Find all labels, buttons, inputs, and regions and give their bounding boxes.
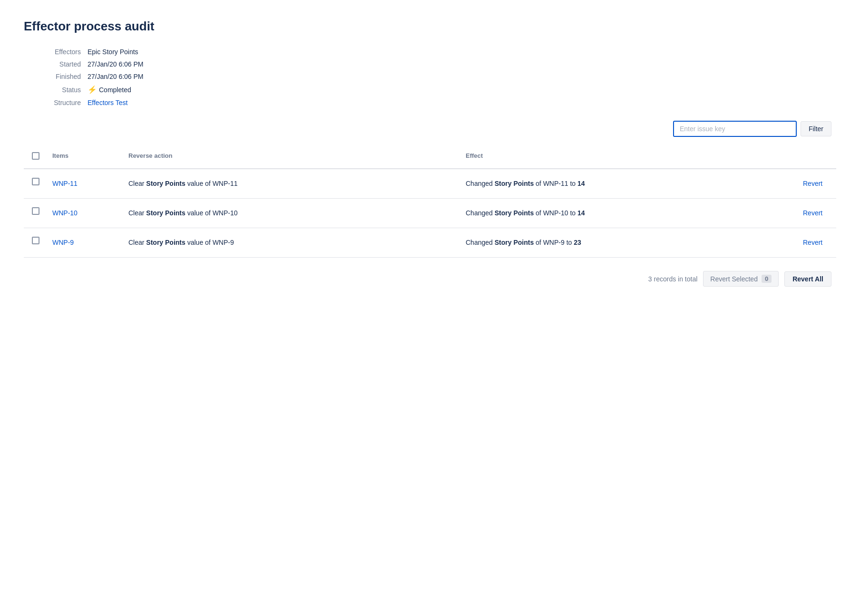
- row-2-revert-cell[interactable]: Revert: [798, 206, 836, 220]
- row-2-effect-prefix: Changed: [466, 209, 495, 217]
- row-1-checkbox[interactable]: [32, 178, 39, 185]
- meta-label-status: Status: [24, 86, 81, 94]
- meta-label-started: Started: [24, 60, 81, 68]
- row-2-effect-bold1: Story Points: [495, 209, 534, 217]
- meta-row-structure: Structure Effectors Test: [24, 99, 836, 106]
- row-2-reverse-suffix: value of WNP-10: [186, 209, 238, 217]
- revert-selected-label: Revert Selected: [710, 275, 758, 283]
- row-1-issue[interactable]: WNP-11: [48, 177, 124, 191]
- row-3-revert-cell[interactable]: Revert: [798, 236, 836, 250]
- column-header-items: Items: [48, 148, 124, 164]
- meta-label-structure: Structure: [24, 99, 81, 106]
- row-3-effect-bold1: Story Points: [495, 239, 534, 246]
- row-1-effect-middle: of WNP-11 to: [534, 180, 577, 187]
- row-1-effect: Changed Story Points of WNP-11 to 14: [461, 177, 798, 191]
- meta-value-started: 27/Jan/20 6:06 PM: [88, 60, 144, 68]
- meta-label-effectors: Effectors: [24, 48, 81, 56]
- row-2-effect-bold2: 14: [577, 209, 585, 217]
- column-header-revert: [798, 148, 836, 164]
- column-header-effect: Effect: [461, 148, 798, 164]
- table-header: Items Reverse action Effect: [24, 148, 836, 169]
- row-3-checkbox-cell[interactable]: [24, 236, 48, 246]
- row-3-reverse-action: Clear Story Points value of WNP-9: [124, 236, 461, 250]
- row-1-effect-prefix: Changed: [466, 180, 495, 187]
- meta-value-status: ⚡ Completed: [88, 85, 131, 94]
- row-1-reverse-action: Clear Story Points value of WNP-11: [124, 177, 461, 191]
- row-1-revert-link[interactable]: Revert: [803, 180, 822, 187]
- status-text: Completed: [99, 86, 131, 94]
- row-1-reverse-suffix: value of WNP-11: [186, 180, 238, 187]
- table-row: WNP-9 Clear Story Points value of WNP-9 …: [24, 228, 836, 258]
- row-1-reverse-bold: Story Points: [146, 180, 185, 187]
- column-header-reverse-action: Reverse action: [124, 148, 461, 164]
- row-3-issue-link[interactable]: WNP-9: [52, 239, 74, 246]
- meta-row-status: Status ⚡ Completed: [24, 85, 836, 94]
- row-2-reverse-prefix: Clear: [128, 209, 146, 217]
- selected-count-badge: 0: [762, 275, 772, 283]
- row-3-effect-bold2: 23: [574, 239, 581, 246]
- issue-key-input[interactable]: [673, 121, 797, 137]
- row-3-revert-link[interactable]: Revert: [803, 239, 822, 246]
- meta-row-finished: Finished 27/Jan/20 6:06 PM: [24, 73, 836, 80]
- row-1-issue-link[interactable]: WNP-11: [52, 180, 78, 187]
- table-row: WNP-11 Clear Story Points value of WNP-1…: [24, 169, 836, 199]
- meta-row-started: Started 27/Jan/20 6:06 PM: [24, 60, 836, 68]
- row-2-reverse-action: Clear Story Points value of WNP-10: [124, 206, 461, 220]
- revert-selected-button[interactable]: Revert Selected 0: [703, 271, 779, 287]
- row-2-issue-link[interactable]: WNP-10: [52, 209, 78, 217]
- row-1-effect-bold1: Story Points: [495, 180, 534, 187]
- records-count: 3 records in total: [648, 275, 698, 283]
- row-3-reverse-bold: Story Points: [146, 239, 185, 246]
- row-1-checkbox-cell[interactable]: [24, 177, 48, 187]
- meta-label-finished: Finished: [24, 73, 81, 80]
- row-3-reverse-suffix: value of WNP-9: [186, 239, 234, 246]
- row-2-effect: Changed Story Points of WNP-10 to 14: [461, 206, 798, 220]
- meta-value-effectors: Epic Story Points: [88, 48, 138, 56]
- select-all-checkbox[interactable]: [32, 152, 39, 160]
- footer-row: 3 records in total Revert Selected 0 Rev…: [24, 271, 836, 287]
- table-row: WNP-10 Clear Story Points value of WNP-1…: [24, 199, 836, 228]
- row-2-reverse-bold: Story Points: [146, 209, 185, 217]
- row-2-revert-link[interactable]: Revert: [803, 209, 822, 217]
- revert-all-button[interactable]: Revert All: [784, 271, 831, 287]
- row-2-checkbox[interactable]: [32, 207, 39, 215]
- row-3-reverse-prefix: Clear: [128, 239, 146, 246]
- row-1-revert-cell[interactable]: Revert: [798, 177, 836, 191]
- audit-table: Items Reverse action Effect WNP-11 Clear…: [24, 148, 836, 258]
- page-title: Effector process audit: [24, 19, 836, 34]
- meta-value-structure[interactable]: Effectors Test: [88, 99, 127, 106]
- filter-button[interactable]: Filter: [801, 121, 831, 136]
- row-1-effect-bold2: 14: [577, 180, 585, 187]
- filter-row: Filter: [24, 121, 836, 137]
- row-2-effect-middle: of WNP-10 to: [534, 209, 577, 217]
- header-checkbox-cell[interactable]: [24, 148, 48, 164]
- row-2-checkbox-cell[interactable]: [24, 206, 48, 217]
- row-3-issue[interactable]: WNP-9: [48, 236, 124, 250]
- meta-section: Effectors Epic Story Points Started 27/J…: [24, 48, 836, 106]
- row-3-effect-prefix: Changed: [466, 239, 495, 246]
- meta-row-effectors: Effectors Epic Story Points: [24, 48, 836, 56]
- row-2-issue[interactable]: WNP-10: [48, 206, 124, 220]
- lightning-icon: ⚡: [88, 85, 97, 94]
- meta-value-finished: 27/Jan/20 6:06 PM: [88, 73, 144, 80]
- row-1-reverse-prefix: Clear: [128, 180, 146, 187]
- row-3-checkbox[interactable]: [32, 237, 39, 244]
- row-3-effect-middle: of WNP-9 to: [534, 239, 574, 246]
- row-3-effect: Changed Story Points of WNP-9 to 23: [461, 236, 798, 250]
